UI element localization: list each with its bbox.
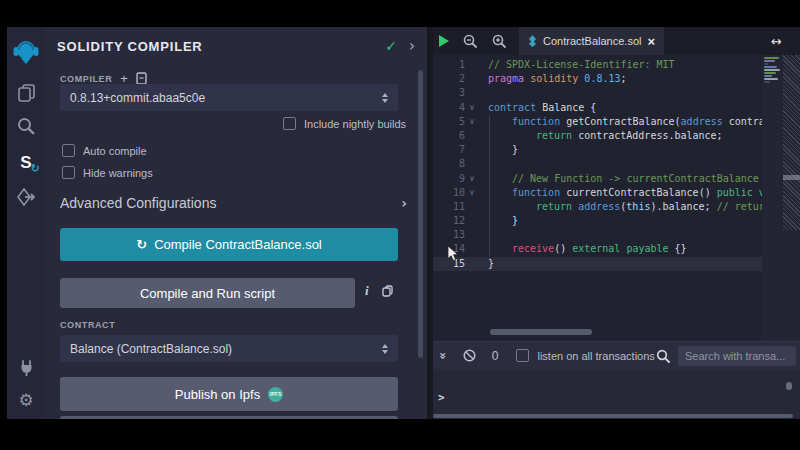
code-line: 15} xyxy=(433,257,764,271)
panel-scrollbar[interactable] xyxy=(418,70,423,358)
code-line: 10∨function currentContractBalance() pub… xyxy=(433,186,800,200)
hide-warnings-checkbox[interactable] xyxy=(62,166,75,179)
solidity-compiler-panel: SOLIDITY COMPILER ✓ › COMPILER + 0.8.13+… xyxy=(45,27,427,419)
listen-transactions-label: listen on all transactions xyxy=(537,350,654,362)
deploy-and-run-icon[interactable] xyxy=(7,182,45,212)
code-line: 3 xyxy=(433,86,800,100)
select-updown-icon xyxy=(382,344,388,354)
panel-header: SOLIDITY COMPILER ✓ › xyxy=(57,35,415,57)
auto-compile-checkbox[interactable] xyxy=(62,144,75,157)
tab-label: ContractBalance.sol xyxy=(543,35,641,47)
auto-compile-label: Auto compile xyxy=(83,145,147,157)
compile-button[interactable]: ↻ Compile ContractBalance.sol xyxy=(60,228,398,261)
panel-collapse-chevron-icon[interactable]: › xyxy=(409,37,415,55)
code-line: 14receive() external payable {} xyxy=(433,242,800,256)
zoom-in-icon[interactable] xyxy=(492,34,507,49)
remix-logo-icon[interactable] xyxy=(7,35,45,69)
compile-and-run-label: Compile and Run script xyxy=(140,286,275,301)
code-lines: 1// SPDX-License-Identifier: MIT2pragma … xyxy=(433,58,800,271)
compile-and-run-button[interactable]: Compile and Run script xyxy=(60,278,355,308)
compile-refresh-icon: ↻ xyxy=(136,237,147,252)
publish-on-swarm-button-partial[interactable] xyxy=(60,416,398,419)
run-script-play-icon[interactable] xyxy=(439,35,449,47)
file-explorer-icon[interactable] xyxy=(7,78,45,108)
tab-close-icon[interactable]: × xyxy=(647,34,655,49)
advanced-configurations-toggle[interactable]: Advanced Configurations › xyxy=(60,195,407,211)
terminal-vertical-scrollbar[interactable] xyxy=(786,382,792,390)
contract-label: CONTRACT xyxy=(60,320,115,330)
terminal-prompt: > xyxy=(438,391,445,404)
code-line: 8 xyxy=(433,157,800,171)
fit-width-icon[interactable]: ↔ xyxy=(771,34,782,49)
code-line: 4∨contract Balance { xyxy=(433,101,800,115)
remix-ide-screen: S ↻ ⚙ xyxy=(0,0,800,450)
code-line: 11return address(this).balance; // retur… xyxy=(433,200,800,214)
icon-sidebar: S ↻ ⚙ xyxy=(7,27,45,419)
zoom-out-icon[interactable] xyxy=(463,34,478,49)
pending-tx-count: 0 xyxy=(492,349,499,363)
compiler-label: COMPILER xyxy=(60,74,112,84)
plugin-manager-icon[interactable] xyxy=(7,352,45,382)
code-line: 13 xyxy=(433,228,800,242)
publish-ipfs-label: Publish on Ipfs xyxy=(175,387,260,402)
code-line: 12} xyxy=(433,214,800,228)
clear-console-icon[interactable] xyxy=(463,349,476,362)
info-icon[interactable]: i xyxy=(365,283,369,299)
contract-select-value: Balance (ContractBalance.sol) xyxy=(70,342,232,356)
compile-button-label: Compile ContractBalance.sol xyxy=(154,237,322,252)
select-updown-icon xyxy=(382,93,388,103)
solidity-file-icon xyxy=(528,35,537,47)
code-line: 5∨function getContractBalance(address co… xyxy=(433,115,800,129)
listen-transactions-checkbox[interactable] xyxy=(516,349,529,362)
app-content: S ↻ ⚙ xyxy=(7,27,800,419)
tab-contractbalance-sol[interactable]: ContractBalance.sol × xyxy=(519,27,664,55)
auto-compile-checkbox-row[interactable]: Auto compile xyxy=(62,144,147,157)
advanced-chevron-icon: › xyxy=(401,195,407,211)
code-line: 1// SPDX-License-Identifier: MIT xyxy=(433,58,800,72)
compiler-version-value: 0.8.13+commit.abaa5c0e xyxy=(70,91,205,105)
nightly-builds-checkbox[interactable] xyxy=(283,117,296,130)
solidity-compiler-icon[interactable]: S ↻ xyxy=(7,148,45,178)
terminal-search xyxy=(656,346,796,366)
contract-select[interactable]: Balance (ContractBalance.sol) xyxy=(60,335,398,362)
hide-warnings-label: Hide warnings xyxy=(83,167,153,179)
minimap-slider-marker xyxy=(783,175,800,180)
copy-icon[interactable] xyxy=(382,285,393,297)
terminal-body[interactable]: > xyxy=(433,369,800,419)
code-line: 9∨// New Function -> currentContractBala… xyxy=(433,172,800,186)
code-line: 7} xyxy=(433,143,800,157)
mouse-cursor xyxy=(447,245,459,262)
nightly-builds-checkbox-row[interactable]: Include nightly builds xyxy=(283,117,406,130)
terminal-search-input[interactable] xyxy=(678,346,796,366)
terminal-collapse-icon[interactable]: » xyxy=(436,352,450,360)
minimap-slider[interactable] xyxy=(783,55,800,230)
remix-logo xyxy=(13,38,39,66)
editor-tabbar: ContractBalance.sol × ↔ xyxy=(433,27,800,55)
terminal-horizontal-scrollbar[interactable] xyxy=(433,414,793,418)
compile-success-check-icon: ✓ xyxy=(385,38,397,54)
code-line: 2pragma solidity 0.8.13; xyxy=(433,72,800,86)
code-line: 6return contractAddress.balance; xyxy=(433,129,800,143)
minimap[interactable] xyxy=(762,55,800,341)
search-icon[interactable] xyxy=(7,111,45,141)
ipfs-badge-icon: IPFS xyxy=(268,387,283,402)
advanced-configurations-label: Advanced Configurations xyxy=(60,195,216,211)
editor-column: ContractBalance.sol × ↔ 1// SPDX-License… xyxy=(433,27,800,419)
nightly-builds-label: Include nightly builds xyxy=(304,118,406,130)
terminal-bar: » 0 listen on all transactions xyxy=(433,341,800,369)
code-editor[interactable]: 1// SPDX-License-Identifier: MIT2pragma … xyxy=(433,55,800,341)
panel-title: SOLIDITY COMPILER xyxy=(57,39,203,54)
minimap-code-marks xyxy=(764,57,782,84)
publish-on-ipfs-button[interactable]: Publish on Ipfs IPFS xyxy=(60,377,398,411)
terminal-search-icon xyxy=(656,349,670,363)
hide-warnings-checkbox-row[interactable]: Hide warnings xyxy=(62,166,153,179)
settings-gear-icon[interactable]: ⚙ xyxy=(7,385,45,415)
editor-horizontal-scrollbar[interactable] xyxy=(490,329,592,335)
compiler-version-select[interactable]: 0.8.13+commit.abaa5c0e xyxy=(60,84,398,111)
